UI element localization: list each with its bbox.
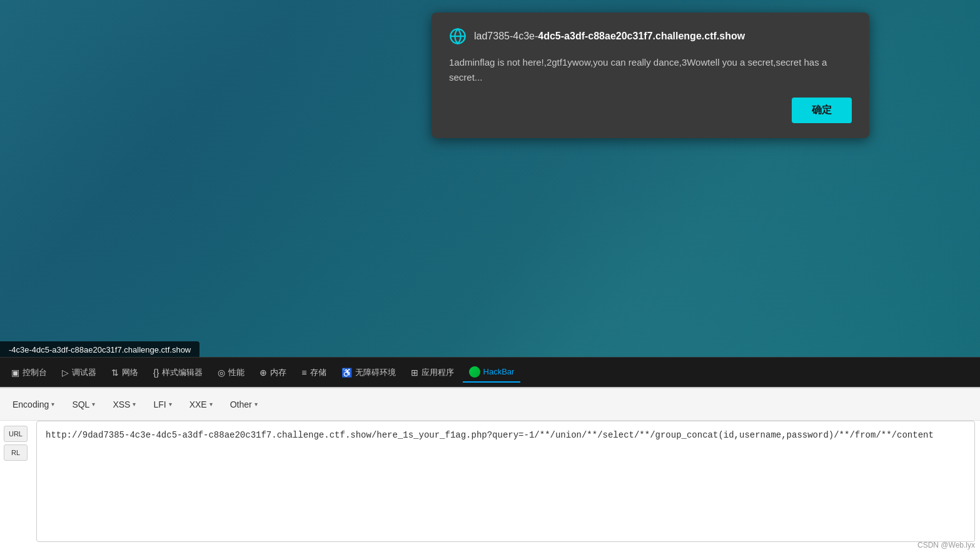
hackbar-menu-item-xxe[interactable]: XXE ▾ [182,396,220,413]
toolbar-item-debugger[interactable]: ▷ 调试器 [56,363,103,382]
csdn-watermark: CSDN @Web.lyx [917,541,975,549]
xss-arrow: ▾ [133,401,136,408]
performance-icon: ◎ [218,368,225,378]
hackbar-side-buttons: URL RL [0,421,31,466]
hackbar-menu-item-sql[interactable]: SQL ▾ [64,396,103,413]
toolbar-item-accessibility[interactable]: ♿ 无障碍环境 [335,363,402,382]
globe-icon [449,28,467,45]
debugger-icon: ▷ [62,368,69,378]
hackbar-menu: Encoding ▾ SQL ▾ XSS ▾ LFI ▾ XXE ▾ Other… [0,388,980,421]
toolbar-item-console[interactable]: ▣ 控制台 [5,363,53,382]
storage-label: 存储 [310,367,326,378]
hackbar-panel: Encoding ▾ SQL ▾ XSS ▾ LFI ▾ XXE ▾ Other… [0,387,980,552]
sql-label: SQL [72,399,89,409]
style-editor-icon: {} [153,368,159,378]
encoding-label: Encoding [13,399,49,409]
alert-dialog: lad7385-4c3e-4dc5-a3df-c88ae20c31f7.chal… [432,13,869,138]
memory-icon: ⊕ [260,368,267,378]
encoding-arrow: ▾ [51,401,54,408]
hackbar-menu-item-xss[interactable]: XSS ▾ [105,396,143,413]
status-url: -4c3e-4dc5-a3df-c88ae20c31f7.challenge.c… [9,345,191,354]
network-icon: ⇅ [111,368,119,378]
applications-label: 应用程序 [422,367,454,378]
sql-arrow: ▾ [92,401,95,408]
memory-label: 内存 [270,367,286,378]
rl-btn-label: RL [11,449,20,456]
url-btn-label: URL [9,430,23,438]
hackbar-textarea-container [36,421,975,542]
toolbar-item-memory[interactable]: ⊕ 内存 [253,363,293,382]
alert-header: lad7385-4c3e-4dc5-a3df-c88ae20c31f7.chal… [449,28,852,45]
applications-icon: ⊞ [411,368,418,378]
hackbar-icon [469,366,480,378]
toolbar-item-applications[interactable]: ⊞ 应用程序 [405,363,460,382]
console-icon: ▣ [11,368,19,378]
toolbar-item-hackbar[interactable]: HackBar [463,363,521,383]
status-bar: -4c3e-4dc5-a3df-c88ae20c31f7.challenge.c… [0,341,200,358]
alert-url: lad7385-4c3e-4dc5-a3df-c88ae20c31f7.chal… [474,31,745,42]
lfi-arrow: ▾ [169,401,172,408]
hackbar-menu-item-encoding[interactable]: Encoding ▾ [5,396,62,413]
other-arrow: ▾ [255,401,258,408]
debugger-label: 调试器 [72,367,96,378]
url-bold: 4dc5-a3df-c88ae20c31f7.challenge.ctf.sho… [538,31,745,41]
devtools-toolbar: ▣ 控制台 ▷ 调试器 ⇅ 网络 {} 样式编辑器 ◎ 性能 ⊕ 内存 ≡ 存储… [0,357,980,387]
alert-body: 1adminflag is not here!,2gtf1ywow,you ca… [449,55,852,85]
storage-icon: ≡ [301,368,306,378]
hackbar-url-textarea[interactable] [36,421,975,542]
alert-footer: 确定 [449,98,852,123]
toolbar-item-performance[interactable]: ◎ 性能 [211,363,251,382]
hackbar-menu-item-other[interactable]: Other ▾ [223,396,265,413]
confirm-button[interactable]: 确定 [792,98,852,123]
network-label: 网络 [122,367,138,378]
hackbar-menu-item-lfi[interactable]: LFI ▾ [146,396,179,413]
console-label: 控制台 [23,367,47,378]
accessibility-label: 无障碍环境 [355,367,396,378]
toolbar-item-style-editor[interactable]: {} 样式编辑器 [147,363,209,382]
url-button[interactable]: URL [4,426,28,442]
rl-button[interactable]: RL [4,444,28,461]
toolbar-item-network[interactable]: ⇅ 网络 [105,363,144,382]
style-editor-label: 样式编辑器 [162,367,203,378]
url-prefix: lad7385-4c3e- [474,31,538,41]
accessibility-icon: ♿ [341,368,352,378]
xxe-arrow: ▾ [210,401,213,408]
lfi-label: LFI [153,399,166,409]
xxe-label: XXE [189,399,207,409]
other-label: Other [230,399,252,409]
hackbar-label: HackBar [483,367,515,376]
performance-label: 性能 [228,367,245,378]
xss-label: XSS [113,399,130,409]
toolbar-item-storage[interactable]: ≡ 存储 [295,363,332,382]
